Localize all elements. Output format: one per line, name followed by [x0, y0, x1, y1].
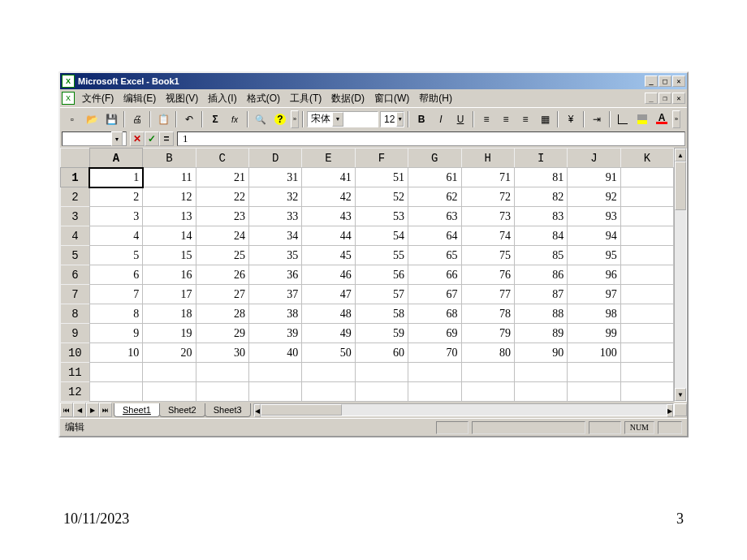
column-header-G[interactable]: G — [408, 149, 461, 168]
cell-E5[interactable]: 45 — [302, 246, 355, 265]
cell-F5[interactable]: 55 — [355, 246, 408, 265]
cell-H1[interactable]: 71 — [461, 168, 514, 187]
cell-H9[interactable]: 79 — [461, 324, 514, 343]
row-header-9[interactable]: 9 — [61, 324, 90, 343]
name-box[interactable]: ▼ — [62, 131, 127, 146]
row-header-11[interactable]: 11 — [61, 363, 90, 382]
cell-A3[interactable]: 3 — [89, 207, 142, 226]
font-color-button[interactable] — [653, 110, 671, 128]
scroll-left-button[interactable]: ◀ — [254, 404, 261, 417]
font-size-select[interactable]: 12 ▼ — [380, 111, 404, 127]
italic-button[interactable]: I — [432, 110, 450, 128]
cell-B9[interactable]: 19 — [143, 324, 196, 343]
cell-J5[interactable]: 95 — [568, 246, 620, 265]
menu-view[interactable]: 视图(V) — [162, 90, 202, 107]
cell-C10[interactable]: 30 — [196, 343, 248, 363]
menu-file[interactable]: 文件(F) — [78, 90, 118, 107]
cell-B3[interactable]: 13 — [143, 207, 196, 226]
cell-C11[interactable] — [196, 363, 248, 382]
row-header-1[interactable]: 1 — [61, 168, 90, 187]
cell-G6[interactable]: 66 — [408, 265, 461, 285]
open-button[interactable] — [83, 110, 101, 128]
cell-B1[interactable]: 11 — [143, 168, 196, 187]
select-all-corner[interactable] — [61, 149, 90, 168]
column-header-D[interactable]: D — [248, 149, 301, 168]
column-header-C[interactable]: C — [196, 149, 248, 168]
column-header-A[interactable]: A — [89, 149, 142, 168]
document-icon[interactable]: X — [62, 92, 75, 105]
row-header-8[interactable]: 8 — [61, 304, 90, 324]
sheet-tab-sheet1[interactable]: Sheet1 — [114, 403, 160, 417]
cell-D5[interactable]: 35 — [248, 246, 301, 265]
edit-formula-button[interactable]: = — [159, 131, 174, 146]
menu-format[interactable]: 格式(O) — [243, 90, 284, 107]
cell-C12[interactable] — [196, 382, 248, 402]
column-header-B[interactable]: B — [143, 149, 196, 168]
menu-window[interactable]: 窗口(W) — [370, 90, 413, 107]
cell-E11[interactable] — [302, 363, 355, 382]
menu-data[interactable]: 数据(D) — [327, 90, 369, 107]
cell-F4[interactable]: 54 — [355, 226, 408, 246]
enter-button[interactable]: ✓ — [145, 131, 159, 146]
column-header-J[interactable]: J — [568, 149, 620, 168]
merge-button[interactable] — [536, 110, 554, 128]
cell-I11[interactable] — [514, 363, 567, 382]
indent-button[interactable] — [588, 110, 606, 128]
cell-H2[interactable]: 72 — [461, 187, 514, 207]
cell-H11[interactable] — [461, 363, 514, 382]
cell-J4[interactable]: 94 — [568, 226, 620, 246]
align-left-button[interactable]: ≡ — [477, 110, 495, 128]
toolbar-overflow[interactable]: » — [291, 110, 299, 128]
cell-I4[interactable]: 84 — [514, 226, 567, 246]
column-header-H[interactable]: H — [461, 149, 514, 168]
cell-K7[interactable] — [620, 285, 673, 304]
cell-J10[interactable]: 100 — [568, 343, 620, 363]
cell-I7[interactable]: 87 — [514, 285, 567, 304]
align-center-button[interactable]: ≡ — [497, 110, 515, 128]
cell-K12[interactable] — [620, 382, 673, 402]
doc-close-button[interactable]: ✕ — [672, 93, 685, 104]
align-right-button[interactable]: ≡ — [516, 110, 534, 128]
cell-J11[interactable] — [568, 363, 620, 382]
cell-J6[interactable]: 96 — [568, 265, 620, 285]
cell-A7[interactable]: 7 — [89, 285, 142, 304]
scroll-down-button[interactable]: ▼ — [675, 388, 686, 401]
cell-H10[interactable]: 80 — [461, 343, 514, 363]
cell-A1[interactable]: 1 — [89, 168, 142, 187]
cell-H6[interactable]: 76 — [461, 265, 514, 285]
cell-D11[interactable] — [248, 363, 301, 382]
row-header-2[interactable]: 2 — [61, 187, 90, 207]
cell-C7[interactable]: 27 — [196, 285, 248, 304]
print-button[interactable] — [128, 110, 146, 128]
cell-D2[interactable]: 32 — [248, 187, 301, 207]
column-header-F[interactable]: F — [355, 149, 408, 168]
cell-J1[interactable]: 91 — [568, 168, 620, 187]
cell-D12[interactable] — [248, 382, 301, 402]
tab-last-button[interactable]: ⏭ — [99, 403, 112, 417]
format-toolbar-overflow[interactable]: » — [672, 110, 680, 128]
cell-G7[interactable]: 67 — [408, 285, 461, 304]
cell-D4[interactable]: 34 — [248, 226, 301, 246]
function-button[interactable] — [226, 110, 244, 128]
tab-prev-button[interactable]: ◀ — [73, 403, 86, 417]
cell-A9[interactable]: 9 — [89, 324, 142, 343]
cell-E9[interactable]: 49 — [302, 324, 355, 343]
bold-button[interactable]: B — [412, 110, 430, 128]
cell-E3[interactable]: 43 — [302, 207, 355, 226]
cell-F12[interactable] — [355, 382, 408, 402]
minimize-button[interactable]: _ — [645, 75, 658, 87]
cancel-button[interactable]: ✕ — [130, 131, 145, 146]
tab-next-button[interactable]: ▶ — [86, 403, 99, 417]
cell-I6[interactable]: 86 — [514, 265, 567, 285]
cell-A4[interactable]: 4 — [89, 226, 142, 246]
cell-D9[interactable]: 39 — [248, 324, 301, 343]
tab-first-button[interactable]: ⏮ — [60, 403, 73, 417]
cell-J9[interactable]: 99 — [568, 324, 620, 343]
cell-I1[interactable]: 81 — [514, 168, 567, 187]
row-header-4[interactable]: 4 — [61, 226, 90, 246]
help-button[interactable] — [271, 110, 289, 128]
cell-J2[interactable]: 92 — [568, 187, 620, 207]
vertical-scrollbar[interactable]: ▲ ▼ — [674, 148, 687, 402]
sum-button[interactable] — [206, 110, 224, 128]
border-button[interactable] — [614, 110, 632, 128]
